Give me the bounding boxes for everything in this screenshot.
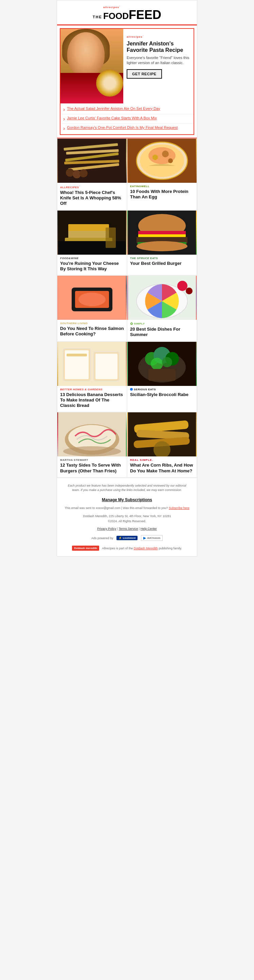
hero-title: Jennifer Aniston's Favorite Pasta Recipe xyxy=(127,40,190,53)
grid-item-knives[interactable]: allrecipes↑ Whoa! This 5-Piece Chef's Kn… xyxy=(57,138,127,210)
hero-source-label: allrecipes↑ xyxy=(127,35,144,38)
grid-item-broccoli[interactable]: serious eats Sicilian-Style Broccoli Rab… xyxy=(127,342,197,412)
dotdash-meredith-link[interactable]: Dotdash Meredith xyxy=(134,547,158,550)
broccoli-title: Sicilian-Style Broccoli Rabe xyxy=(130,392,194,398)
grid-item-salmon[interactable]: Southern Living Do You Need To Rinse Sal… xyxy=(57,275,127,342)
coleslaw-body: martha stewart 12 Tasty Sides To Serve W… xyxy=(58,457,127,477)
cheese-title: You're Ruining Your Cheese By Storing It… xyxy=(60,261,124,272)
cheese-image xyxy=(58,211,127,255)
svg-point-13 xyxy=(152,154,158,160)
svg-rect-18 xyxy=(68,224,109,231)
hero-link-item[interactable]: › Jamie Lee Curtis' Favorite Cake Starts… xyxy=(61,114,193,124)
food-word: FOOD xyxy=(103,11,129,21)
broccoli-body: serious eats Sicilian-Style Broccoli Rab… xyxy=(127,386,196,401)
salmon-svg xyxy=(58,276,127,320)
privacy-policy-link[interactable]: Privacy Policy xyxy=(97,527,116,530)
grid-item-sidedishes[interactable]: ✿ Simply 20 Best Side Dishes For Summer xyxy=(127,275,197,342)
burger-image xyxy=(127,211,196,255)
brand-title: FOODFEED xyxy=(103,9,161,21)
protein-body: EatingWell 10 Foods With More Protein Th… xyxy=(127,183,196,204)
footer-email-info: This email was sent to xxxxx@gmail.com |… xyxy=(64,506,190,510)
ads-powered-text: Ads powered by xyxy=(91,536,113,540)
hero-section: allrecipes↑ Jennifer Aniston's Favorite … xyxy=(60,28,194,135)
hero-image xyxy=(61,29,123,103)
footer-brand-text: Allrecipes is part of the Dotdash Meredi… xyxy=(102,547,182,550)
grid-item-protein[interactable]: EatingWell 10 Foods With More Protein Th… xyxy=(127,138,197,210)
coleslaw-title: 12 Tasty Sides To Serve With Burgers (Ot… xyxy=(60,463,124,474)
sidedishes-body: ✿ Simply 20 Best Side Dishes For Summer xyxy=(127,320,196,341)
hero-inner: allrecipes↑ Jennifer Aniston's Favorite … xyxy=(61,29,193,103)
salmon-title: Do You Need To Rinse Salmon Before Cooki… xyxy=(60,326,124,337)
knives-body: allrecipes↑ Whoa! This 5-Piece Chef's Kn… xyxy=(58,183,127,210)
grid-item-bananadessert[interactable]: Better Homes & Gardens 13 Delicious Bana… xyxy=(57,342,127,412)
svg-point-14 xyxy=(162,151,169,158)
grid-item-cheese[interactable]: FOOD&WINE You're Ruining Your Cheese By … xyxy=(57,210,127,276)
salmon-body: Southern Living Do You Need To Rinse Sal… xyxy=(58,320,127,340)
email-header: THE allrecipes↑ FOODFEED xyxy=(57,0,197,25)
simply-leaf-icon: ✿ xyxy=(130,322,133,326)
link-bullet: › xyxy=(63,106,65,113)
svg-point-15 xyxy=(168,158,173,163)
protein-svg xyxy=(127,139,196,183)
grid-item-burger[interactable]: the spruce eats Your Best Grilled Burger xyxy=(127,210,197,276)
footer-ads: Ads powered by ⚡ LiveIntent ▶ AdChoices xyxy=(64,535,190,541)
footer-brand: Dotdash meredith Allrecipes is part of t… xyxy=(64,546,190,551)
coleslaw-source: martha stewart xyxy=(60,458,124,461)
burger-svg xyxy=(127,211,196,255)
protein-source: EatingWell xyxy=(130,185,194,188)
protein-image xyxy=(127,139,196,183)
cornribs-image xyxy=(127,412,196,457)
burger-body: the spruce eats Your Best Grilled Burger xyxy=(127,255,196,270)
sidedishes-svg xyxy=(127,276,196,320)
hero-content: allrecipes↑ Jennifer Aniston's Favorite … xyxy=(123,29,193,103)
manage-subscriptions-link[interactable]: Manage My Subscriptions xyxy=(64,498,190,502)
hero-link-item[interactable]: › Gordon Ramsay's One-Pot Comfort Dish I… xyxy=(61,124,193,133)
hero-links-section: › The Actual Salad Jennifer Aniston Ate … xyxy=(61,103,193,135)
hero-link-text: Jamie Lee Curtis' Favorite Cake Starts W… xyxy=(67,116,157,121)
coleslaw-image xyxy=(58,412,127,457)
svg-point-36 xyxy=(186,288,193,294)
help-center-link[interactable]: Help Center xyxy=(141,527,157,530)
svg-point-49 xyxy=(162,357,172,367)
svg-rect-42 xyxy=(96,354,118,379)
email-sent-text: This email was sent to xxxxx@gmail.com |… xyxy=(64,506,168,510)
cheese-source: FOOD&WINE xyxy=(60,257,124,260)
broccoli-image xyxy=(127,342,196,386)
svg-rect-50 xyxy=(149,369,176,381)
hero-link-text: Gordon Ramsay's One-Pot Comfort Dish Is … xyxy=(67,125,177,130)
adchoices-icon: ▶ xyxy=(143,536,146,540)
broccoli-source: serious eats xyxy=(130,388,194,391)
grid-item-cornribs[interactable]: REAL SIMPLE. What Are Corn Ribs, And How… xyxy=(127,412,197,477)
cheese-body: FOOD&WINE You're Ruining Your Cheese By … xyxy=(58,255,127,275)
svg-point-54 xyxy=(63,446,121,457)
article-grid: allrecipes↑ Whoa! This 5-Piece Chef's Kn… xyxy=(57,138,197,477)
feed-word: FEED xyxy=(129,8,161,22)
salmon-image xyxy=(58,276,127,320)
hero-description: Everyone's favorite "Friend" loves this … xyxy=(127,55,190,66)
svg-rect-40 xyxy=(67,354,87,356)
adchoices-badge: ▶ AdChoices xyxy=(141,535,163,541)
svg-point-32 xyxy=(78,293,105,306)
bananadessert-title: 13 Delicious Banana Desserts To Make Ins… xyxy=(60,392,124,409)
salmon-source: Southern Living xyxy=(60,322,124,325)
knives-title: Whoa! This 5-Piece Chef's Knife Set Is A… xyxy=(60,190,124,207)
hero-link-item[interactable]: › The Actual Salad Jennifer Aniston Ate … xyxy=(61,105,193,114)
knives-image xyxy=(58,139,127,183)
knives-source: allrecipes↑ xyxy=(60,185,124,189)
svg-point-8 xyxy=(80,169,88,177)
seriouseats-dot-icon xyxy=(130,388,133,391)
svg-point-6 xyxy=(66,169,74,177)
get-recipe-button[interactable]: GET RECIPE xyxy=(127,69,162,79)
footer-links: Privacy Policy | Terms Service | Help Ce… xyxy=(64,527,190,530)
protein-title: 10 Foods With More Protein Than An Egg xyxy=(130,189,194,200)
subscribe-here-link[interactable]: Subscribe here xyxy=(169,506,190,510)
grid-item-coleslaw[interactable]: martha stewart 12 Tasty Sides To Serve W… xyxy=(57,412,127,477)
allrecipes-superscript: allrecipes↑ xyxy=(103,5,121,9)
coleslaw-svg xyxy=(58,412,127,457)
terms-service-link[interactable]: Terms Service xyxy=(118,527,138,530)
hero-source: allrecipes↑ xyxy=(127,33,190,39)
link-bullet: › xyxy=(63,125,65,132)
svg-rect-25 xyxy=(138,234,186,237)
sidedishes-source: ✿ Simply xyxy=(130,322,194,326)
cornribs-svg xyxy=(127,412,196,457)
